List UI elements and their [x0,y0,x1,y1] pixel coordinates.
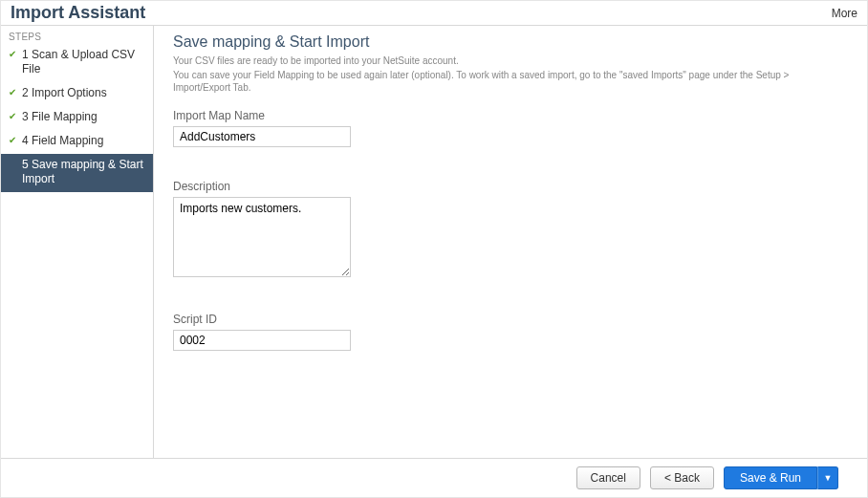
step-file-mapping[interactable]: ✔ 3 File Mapping [1,106,153,130]
step-label: 5 Save mapping & Start Import [22,158,145,186]
check-icon: ✔ [9,49,18,61]
step-import-options[interactable]: ✔ 2 Import Options [1,82,153,106]
save-run-button[interactable]: Save & Run [724,466,817,489]
save-run-group: Save & Run ▼ [724,466,838,489]
field-description: Description [173,180,848,280]
back-button[interactable]: < Back [650,466,714,489]
steps-heading: STEPS [1,26,153,44]
more-link[interactable]: More [832,7,857,20]
field-script-id: Script ID [173,313,848,351]
step-field-mapping[interactable]: ✔ 4 Field Mapping [1,130,153,154]
script-id-input[interactable] [173,330,351,351]
map-name-input[interactable] [173,126,351,147]
step-label: 4 Field Mapping [22,134,103,148]
page-title: Import Assistant [11,3,145,23]
description-label: Description [173,180,848,193]
chevron-down-icon: ▼ [824,473,833,483]
import-assistant-page: Import Assistant More STEPS ✔ 1 Scan & U… [0,0,868,498]
save-run-dropdown[interactable]: ▼ [817,466,838,489]
cancel-button[interactable]: Cancel [576,466,640,489]
main-panel: Save mapping & Start Import Your CSV fil… [154,26,867,458]
subtext-2: You can save your Field Mapping to be us… [173,69,848,94]
header: Import Assistant More [1,1,867,25]
body: STEPS ✔ 1 Scan & Upload CSV File ✔ 2 Imp… [1,25,867,458]
steps-sidebar: STEPS ✔ 1 Scan & Upload CSV File ✔ 2 Imp… [1,26,154,458]
step-label: 3 File Mapping [22,110,98,124]
step-label: 2 Import Options [22,86,107,100]
main-title: Save mapping & Start Import [173,33,848,51]
subtext-1: Your CSV files are ready to be imported … [173,54,848,67]
step-scan-upload[interactable]: ✔ 1 Scan & Upload CSV File [1,44,153,82]
footer: Cancel < Back Save & Run ▼ [1,458,867,497]
map-name-label: Import Map Name [173,109,848,122]
step-label: 1 Scan & Upload CSV File [22,48,145,76]
check-icon: ✔ [9,111,18,123]
script-id-label: Script ID [173,313,848,326]
description-input[interactable] [173,197,351,277]
check-icon: ✔ [9,87,18,99]
check-icon: ✔ [9,135,18,147]
step-save-start[interactable]: ✔ 5 Save mapping & Start Import [1,154,153,192]
field-map-name: Import Map Name [173,109,848,147]
